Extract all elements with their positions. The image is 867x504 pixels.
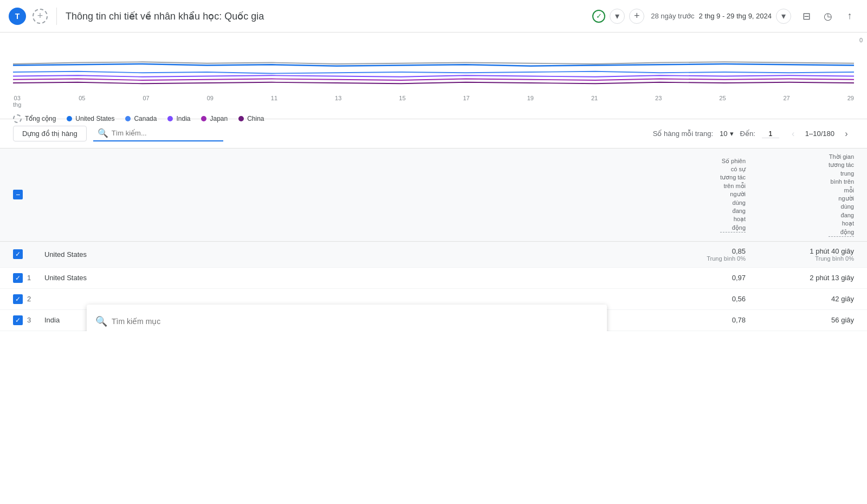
add-tab-button[interactable]: +: [33, 9, 48, 24]
table-container: Số phiên có sự tương tác trên mỗi người …: [0, 148, 867, 331]
label-19: 19: [527, 95, 534, 108]
legend-dot-japan: [201, 116, 206, 121]
legend-india: India: [167, 115, 190, 122]
row-3-num: 3: [27, 316, 44, 324]
legend-dot-us: [67, 116, 72, 121]
row-summary-checkbox[interactable]: [13, 249, 23, 259]
legend-dot-canada: [125, 116, 131, 121]
history-icon-button[interactable]: ◷: [819, 8, 837, 25]
date-prefix: 28 ngày trước: [651, 12, 694, 20]
dimension-dropdown: 🔍 Quốc gia Vùng Thành phố Ngôn ngữ Độ tu…: [87, 305, 607, 331]
table-row-summary: United States 0,85 Trung bình 0% 1 phút …: [0, 242, 867, 268]
page-title: Thông tin chi tiết về nhân khẩu học: Quố…: [66, 10, 586, 22]
title-add-button[interactable]: +: [629, 9, 644, 24]
row-3-checkbox[interactable]: [13, 315, 23, 325]
date-range: 28 ngày trước 2 thg 9 - 29 thg 9, 2024 ▾: [651, 9, 791, 24]
chart-svg: [13, 37, 854, 91]
rows-per-page-label: Số hàng mỗi trang:: [653, 130, 713, 138]
row-3-sessions: 0,78: [583, 316, 746, 324]
search-input[interactable]: [112, 129, 219, 137]
label-27: 27: [783, 95, 790, 108]
col-header-time: Thời gian tương tác trung bình trên mỗi …: [746, 153, 854, 237]
label-21: 21: [591, 95, 598, 108]
legend-dot-total: [13, 114, 22, 123]
row-1-sessions: 0,97: [583, 274, 746, 282]
row-2-sessions: 0,56: [583, 295, 746, 303]
select-all-checkbox[interactable]: [13, 190, 23, 199]
row-1-time: 2 phút 13 giây: [746, 274, 854, 282]
legend-label-us: United States: [75, 115, 114, 122]
rows-dropdown-icon: ▾: [730, 130, 734, 138]
chart-legend: Tổng cộng United States Canada India Jap…: [13, 110, 854, 127]
dropdown-search-icon: 🔍: [95, 315, 107, 327]
dropdown-search-area: 🔍: [87, 311, 607, 331]
label-23: 23: [655, 95, 662, 108]
label-29: 29: [847, 95, 854, 108]
check-icon: ✓: [592, 10, 605, 23]
date-dropdown-button[interactable]: ▾: [776, 9, 791, 24]
label-03: 03thg: [13, 95, 21, 108]
title-dropdown-button[interactable]: ▾: [610, 9, 625, 24]
legend-label-canada: Canada: [134, 115, 157, 122]
row-2-num: 2: [27, 295, 44, 303]
legend-label-japan: Japan: [210, 115, 228, 122]
legend-china: China: [238, 115, 264, 122]
row-summary-time: 1 phút 40 giây Trung bình 0%: [746, 247, 854, 262]
label-11: 11: [271, 95, 277, 108]
row-1-num: 1: [27, 274, 44, 282]
search-box: 🔍: [93, 126, 223, 141]
legend-dot-india: [167, 116, 173, 121]
legend-japan: Japan: [201, 115, 228, 122]
label-07: 07: [143, 95, 149, 108]
legend-us: United States: [67, 115, 114, 122]
prev-page-button[interactable]: ‹: [786, 126, 801, 141]
table-header: Số phiên có sự tương tác trên mỗi người …: [0, 148, 867, 242]
next-page-button[interactable]: ›: [839, 126, 854, 141]
legend-total: Tổng cộng: [13, 114, 56, 123]
legend-label-china: China: [247, 115, 264, 122]
row-1-checkbox[interactable]: [13, 273, 23, 283]
label-13: 13: [335, 95, 341, 108]
label-05: 05: [79, 95, 85, 108]
table-row-1: 1 United States 0,97 2 phút 13 giây: [0, 268, 867, 289]
row-summary-name: United States: [44, 250, 583, 259]
top-bar: T + Thông tin chi tiết về nhân khẩu học:…: [0, 0, 867, 33]
label-15: 15: [399, 95, 405, 108]
zero-label: 0: [859, 37, 863, 43]
legend-dot-china: [238, 116, 244, 121]
page-nav: ‹ 1–10/180 ›: [786, 126, 854, 141]
row-summary-sessions: 0,85 Trung bình 0%: [583, 247, 746, 262]
label-17: 17: [463, 95, 469, 108]
page-label: Đến:: [740, 130, 755, 138]
col-header-sessions: Số phiên có sự tương tác trên mỗi người …: [583, 157, 746, 233]
row-2-time: 42 giây: [746, 295, 854, 303]
chart-x-labels: 03thg 05 07 09 11 13 15 17 19 21 23 25 2…: [13, 93, 854, 110]
avatar-label: T: [15, 12, 20, 21]
share-icon-button[interactable]: ↑: [841, 8, 858, 25]
row-1-name: United States: [44, 274, 583, 282]
legend-label-india: India: [176, 115, 190, 122]
divider: [56, 8, 57, 25]
rows-select[interactable]: 10 ▾: [720, 130, 733, 138]
compare-icon-button[interactable]: ⊟: [798, 8, 815, 25]
date-range-text: 2 thg 9 - 29 thg 9, 2024: [699, 12, 772, 20]
chart-area: 0 03thg 05 07 09 11 13 15 17 19 21 23 25…: [0, 33, 867, 119]
filter-button[interactable]: Dựng đồ thị hàng: [13, 126, 87, 141]
page-range: 1–10/180: [805, 130, 834, 138]
legend-label-total: Tổng cộng: [25, 115, 56, 122]
row-2-checkbox[interactable]: [13, 294, 23, 304]
avatar-button[interactable]: T: [9, 8, 26, 25]
page-input[interactable]: [762, 130, 779, 138]
dropdown-search-input[interactable]: [112, 317, 598, 326]
row-3-time: 56 giây: [746, 316, 854, 324]
legend-canada: Canada: [125, 115, 157, 122]
top-icons: ⊟ ◷ ↑: [798, 8, 858, 25]
label-09: 09: [207, 95, 213, 108]
title-actions: ✓ ▾ +: [592, 9, 644, 24]
search-icon: 🔍: [98, 128, 108, 138]
rows-value: 10: [720, 130, 727, 138]
label-25: 25: [719, 95, 726, 108]
